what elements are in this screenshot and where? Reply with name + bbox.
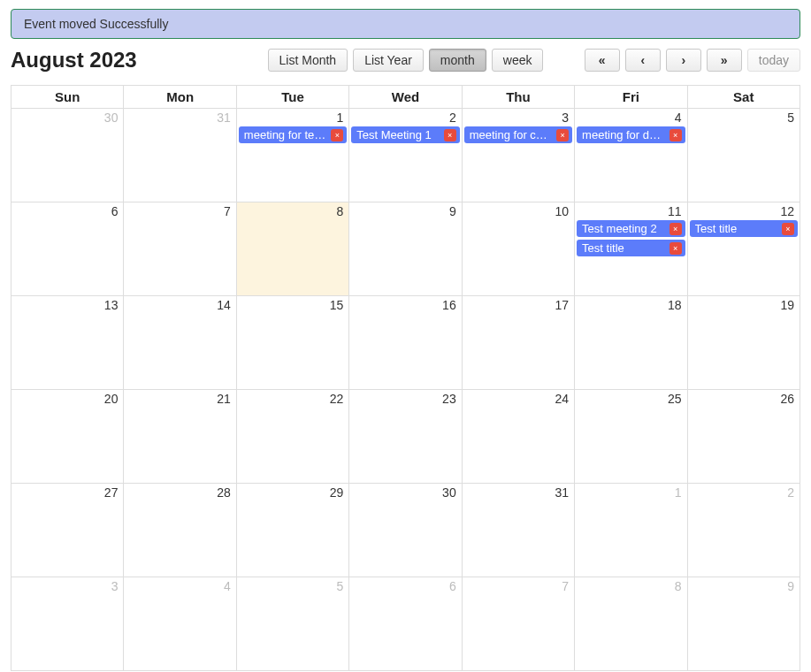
day-number: 5 [688,109,800,125]
calendar-toolbar: August 2023 List Month List Year month w… [11,48,800,73]
calendar-day-cell[interactable]: 19 [687,296,800,390]
calendar-day-cell[interactable]: 29 [236,484,348,577]
event-title: meeting for changes [470,128,553,141]
calendar-day-cell[interactable]: 9 [349,202,462,296]
calendar-day-cell[interactable]: 15 [236,296,348,390]
success-alert: Event moved Successfully [11,9,800,39]
close-icon[interactable]: × [669,223,682,235]
day-number: 19 [688,296,800,312]
day-number: 10 [463,202,574,218]
close-icon[interactable]: × [669,129,682,141]
calendar-day-cell[interactable]: 30 [11,109,124,202]
day-number: 3 [463,109,574,125]
calendar-day-cell[interactable]: 13 [11,296,124,390]
calendar-day-cell[interactable]: 3meeting for changes× [462,109,574,202]
close-icon[interactable]: × [556,129,569,141]
day-number: 31 [463,484,574,500]
day-number: 13 [11,296,123,312]
day-number: 4 [124,577,235,593]
page-title: August 2023 [11,48,137,73]
day-number: 20 [11,390,123,406]
calendar-day-cell[interactable]: 23 [349,390,462,484]
calendar-day-cell[interactable]: 30 [349,484,462,577]
day-header: Mon [124,86,236,109]
calendar-day-cell[interactable]: 27 [11,484,124,577]
prev-year-button[interactable]: « [585,49,620,72]
day-number: 11 [575,202,686,218]
calendar-event[interactable]: meeting for testing× [239,126,347,143]
day-number: 25 [575,390,686,406]
calendar-day-cell[interactable]: 18 [575,296,687,390]
close-icon[interactable]: × [782,223,794,235]
close-icon[interactable]: × [444,129,456,141]
day-number: 1 [237,109,348,125]
calendar-day-cell[interactable]: 26 [687,390,800,484]
calendar-day-cell[interactable]: 16 [349,296,462,390]
calendar-event[interactable]: Test title× [577,240,685,256]
calendar-event[interactable]: Test meeting 2× [577,220,685,237]
calendar-day-cell[interactable]: 31 [462,484,574,577]
calendar-day-cell[interactable]: 2 [687,484,800,577]
day-number: 23 [349,390,461,406]
prev-month-button[interactable]: ‹ [625,49,661,72]
view-list-year-button[interactable]: List Year [353,49,424,72]
calendar-day-cell[interactable]: 4meeting for deployment× [575,109,687,202]
day-number: 27 [11,484,123,500]
events-container: meeting for changes× [463,126,574,143]
events-container: meeting for deployment× [575,126,686,143]
calendar-day-cell[interactable]: 5 [687,109,800,202]
day-number: 15 [237,296,348,312]
calendar-day-cell[interactable]: 22 [236,390,348,484]
calendar-day-cell[interactable]: 9 [687,577,800,671]
calendar-day-cell[interactable]: 17 [462,296,574,390]
calendar-event[interactable]: Test Meeting 1× [351,126,459,143]
calendar-day-cell[interactable]: 6 [11,202,124,296]
chevron-left-icon: ‹ [640,53,645,67]
calendar-day-cell[interactable]: 7 [462,577,574,671]
view-list-month-button[interactable]: List Month [268,49,348,72]
close-icon[interactable]: × [331,129,343,141]
calendar-day-cell[interactable]: 3 [11,577,124,671]
close-icon[interactable]: × [669,242,682,255]
day-number: 2 [349,109,461,125]
day-number: 30 [349,484,461,500]
calendar-day-cell[interactable]: 20 [11,390,124,484]
calendar-event[interactable]: meeting for deployment× [577,126,685,143]
day-number: 16 [349,296,461,312]
calendar-day-cell[interactable]: 4 [124,577,236,671]
calendar-day-cell[interactable]: 5 [236,577,348,671]
calendar-day-cell[interactable]: 31 [124,109,236,202]
calendar-day-cell[interactable]: 8 [575,577,687,671]
calendar-day-cell[interactable]: 25 [575,390,687,484]
calendar-day-cell[interactable]: 21 [124,390,236,484]
calendar-day-cell[interactable]: 10 [462,202,574,296]
view-month-button[interactable]: month [429,49,486,72]
calendar-day-cell[interactable]: 24 [462,390,574,484]
calendar-day-cell[interactable]: 12Test title× [687,202,800,296]
day-header: Sat [687,86,800,109]
calendar-day-cell[interactable]: 11Test meeting 2×Test title× [575,202,687,296]
calendar-day-cell[interactable]: 14 [124,296,236,390]
day-number: 6 [11,202,123,218]
calendar-day-cell[interactable]: 6 [349,577,462,671]
day-number: 12 [688,202,800,218]
calendar-day-cell[interactable]: 7 [124,202,236,296]
calendar-day-cell[interactable]: 2Test Meeting 1× [349,109,462,202]
view-week-button[interactable]: week [492,49,544,72]
calendar-day-cell[interactable]: 8 [236,202,348,296]
day-number: 26 [688,390,800,406]
next-year-button[interactable]: » [707,49,742,72]
calendar-day-cell[interactable]: 1 [575,484,687,577]
alert-message: Event moved Successfully [24,17,168,31]
calendar-day-cell[interactable]: 1meeting for testing× [236,109,348,202]
calendar-grid: SunMonTueWedThuFriSat 30311meeting for t… [11,85,800,671]
calendar-event[interactable]: meeting for changes× [464,126,572,143]
today-button[interactable]: today [747,49,800,72]
event-title: Test title [695,222,778,235]
chevron-double-left-icon: « [599,53,606,67]
calendar-week: 272829303112 [11,484,800,577]
next-month-button[interactable]: › [666,49,701,72]
calendar-day-cell[interactable]: 28 [124,484,236,577]
calendar-event[interactable]: Test title× [690,220,798,237]
day-number: 4 [575,109,686,125]
